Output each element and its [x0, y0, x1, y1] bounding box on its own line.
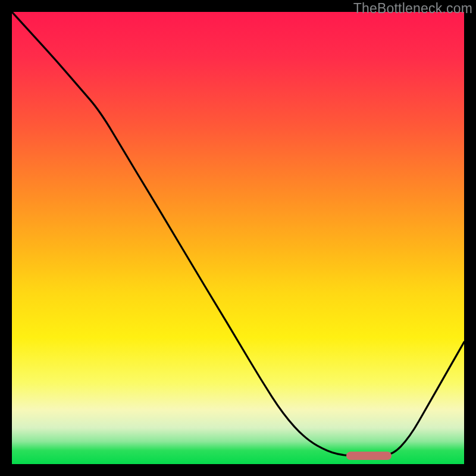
watermark-text: TheBottleneck.com — [353, 1, 472, 17]
highlight-marker — [346, 452, 392, 460]
chart-frame: TheBottleneck.com — [0, 0, 476, 476]
chart-curve — [12, 12, 464, 464]
chart-plot-area — [12, 12, 464, 464]
